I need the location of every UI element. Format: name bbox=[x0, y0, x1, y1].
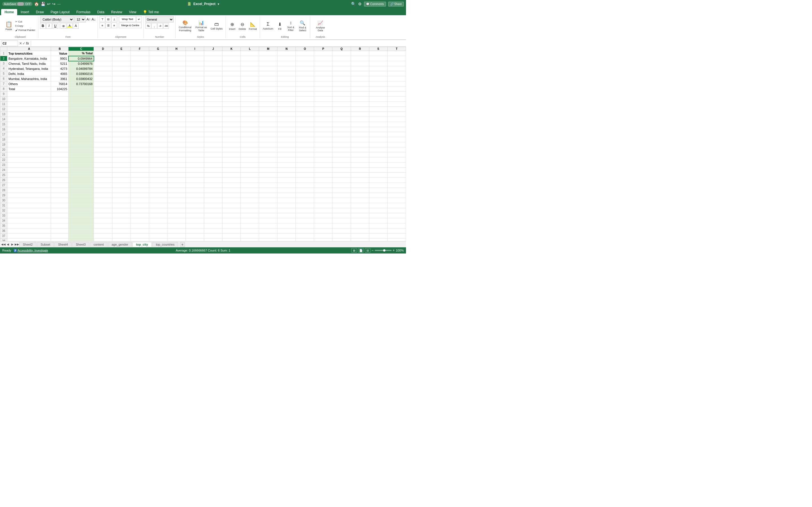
cell[interactable] bbox=[204, 168, 222, 173]
cell[interactable] bbox=[204, 137, 222, 142]
cell[interactable] bbox=[222, 81, 241, 87]
cell[interactable] bbox=[296, 87, 314, 92]
find-select-button[interactable]: 🔍 Find & Select bbox=[297, 19, 308, 33]
cell[interactable] bbox=[204, 56, 222, 61]
cell[interactable] bbox=[277, 188, 296, 193]
cell[interactable] bbox=[68, 238, 94, 241]
cell[interactable] bbox=[7, 173, 51, 178]
cell[interactable] bbox=[186, 213, 204, 218]
cell[interactable] bbox=[351, 66, 369, 71]
cell[interactable] bbox=[369, 223, 388, 228]
cell[interactable] bbox=[112, 238, 131, 241]
cell[interactable] bbox=[204, 122, 222, 127]
cell[interactable] bbox=[167, 142, 186, 147]
cell[interactable] bbox=[333, 208, 351, 213]
cell[interactable] bbox=[112, 198, 131, 203]
cell[interactable] bbox=[204, 213, 222, 218]
cell[interactable] bbox=[296, 213, 314, 218]
cell[interactable] bbox=[296, 203, 314, 208]
cell[interactable] bbox=[296, 51, 314, 56]
cell[interactable] bbox=[7, 147, 51, 152]
cell[interactable] bbox=[369, 76, 388, 81]
cell[interactable] bbox=[333, 198, 351, 203]
sheet-tab-top-city[interactable]: top_city bbox=[133, 242, 152, 247]
cell[interactable] bbox=[204, 132, 222, 137]
cell[interactable] bbox=[7, 112, 51, 117]
align-left-button[interactable]: ≡ bbox=[100, 22, 105, 28]
normal-view-button[interactable]: ⊞ bbox=[351, 248, 357, 252]
col-header-Q[interactable]: Q bbox=[333, 47, 351, 51]
cell[interactable] bbox=[369, 163, 388, 168]
cell[interactable] bbox=[167, 71, 186, 76]
col-header-J[interactable]: J bbox=[204, 47, 222, 51]
cell[interactable] bbox=[94, 163, 112, 168]
cell[interactable] bbox=[388, 81, 406, 87]
cell[interactable] bbox=[277, 122, 296, 127]
cell[interactable] bbox=[68, 97, 94, 102]
cell[interactable] bbox=[222, 188, 241, 193]
cell[interactable] bbox=[51, 163, 68, 168]
cell[interactable] bbox=[259, 142, 277, 147]
cell[interactable] bbox=[277, 112, 296, 117]
cell[interactable] bbox=[186, 208, 204, 213]
cell[interactable] bbox=[131, 61, 149, 66]
cell[interactable] bbox=[277, 127, 296, 132]
cell[interactable] bbox=[369, 92, 388, 97]
cell[interactable] bbox=[388, 107, 406, 112]
cell[interactable] bbox=[241, 228, 259, 233]
cell[interactable] bbox=[369, 71, 388, 76]
cell[interactable] bbox=[314, 213, 333, 218]
cell[interactable] bbox=[241, 71, 259, 76]
cell[interactable] bbox=[333, 81, 351, 87]
cell[interactable] bbox=[259, 198, 277, 203]
cell[interactable] bbox=[94, 142, 112, 147]
cell[interactable] bbox=[186, 137, 204, 142]
cell[interactable] bbox=[149, 51, 167, 56]
cell[interactable] bbox=[204, 92, 222, 97]
cell[interactable] bbox=[333, 97, 351, 102]
row-number[interactable]: 12 bbox=[0, 107, 7, 112]
cell[interactable] bbox=[68, 213, 94, 218]
cell[interactable] bbox=[131, 158, 149, 163]
row-number[interactable]: 3 bbox=[0, 61, 7, 66]
cell[interactable] bbox=[259, 178, 277, 183]
cell[interactable] bbox=[167, 223, 186, 228]
row-number[interactable]: 26 bbox=[0, 178, 7, 183]
cancel-formula-icon[interactable]: ✕ bbox=[19, 41, 22, 45]
cell[interactable]: 0.03900216 bbox=[68, 71, 94, 76]
cell[interactable] bbox=[222, 122, 241, 127]
row-number[interactable]: 33 bbox=[0, 213, 7, 218]
cell[interactable] bbox=[222, 168, 241, 173]
cell[interactable] bbox=[369, 178, 388, 183]
cell[interactable] bbox=[149, 168, 167, 173]
cell[interactable] bbox=[149, 61, 167, 66]
cell[interactable] bbox=[186, 168, 204, 173]
cell[interactable] bbox=[277, 228, 296, 233]
cell[interactable] bbox=[204, 238, 222, 241]
cell[interactable] bbox=[186, 228, 204, 233]
cell[interactable] bbox=[204, 193, 222, 198]
cell[interactable] bbox=[204, 163, 222, 168]
cell[interactable] bbox=[222, 132, 241, 137]
cell[interactable] bbox=[296, 71, 314, 76]
cell[interactable] bbox=[388, 142, 406, 147]
cell[interactable] bbox=[186, 102, 204, 107]
cell[interactable] bbox=[259, 193, 277, 198]
cell[interactable] bbox=[167, 117, 186, 122]
cell[interactable] bbox=[167, 87, 186, 92]
cell[interactable] bbox=[277, 168, 296, 173]
cell[interactable] bbox=[204, 127, 222, 132]
row-number[interactable]: 15 bbox=[0, 122, 7, 127]
cell[interactable] bbox=[314, 218, 333, 223]
cell[interactable] bbox=[369, 97, 388, 102]
cell[interactable] bbox=[277, 51, 296, 56]
cell[interactable] bbox=[149, 112, 167, 117]
cell[interactable] bbox=[296, 193, 314, 198]
cell[interactable] bbox=[388, 208, 406, 213]
cell[interactable] bbox=[204, 223, 222, 228]
col-header-T[interactable]: T bbox=[388, 47, 406, 51]
cell[interactable] bbox=[51, 142, 68, 147]
cell[interactable]: 4273 bbox=[51, 66, 68, 71]
cell[interactable] bbox=[51, 112, 68, 117]
cell[interactable] bbox=[333, 228, 351, 233]
